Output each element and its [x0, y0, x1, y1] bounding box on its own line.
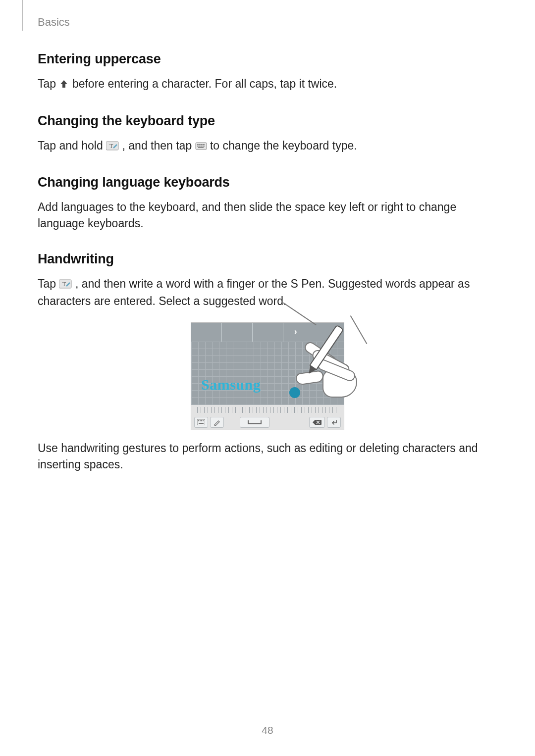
paragraph: Add languages to the keyboard, and then … [38, 199, 497, 231]
paragraph: Use handwriting gestures to perform acti… [38, 440, 497, 472]
svg-text:T: T [109, 143, 113, 150]
manual-page: Basics Entering uppercase Tap before ent… [0, 0, 535, 756]
text-fragment: before entering a character. For all cap… [72, 77, 337, 90]
heading-handwriting: Handwriting [38, 252, 497, 267]
keyboard-layout-icon [195, 139, 207, 155]
handwriting-bottom-row [191, 415, 344, 430]
svg-rect-16 [200, 420, 201, 421]
svg-rect-17 [201, 420, 202, 421]
gap [271, 417, 307, 428]
svg-text:T: T [62, 281, 66, 288]
handwritten-sample-text: Samsung [201, 376, 261, 393]
svg-rect-6 [203, 144, 205, 145]
t-pen-icon: T [106, 139, 119, 155]
svg-rect-9 [201, 146, 203, 147]
paragraph: Tap before entering a character. For all… [38, 76, 497, 94]
header-rule [22, 0, 23, 31]
paragraph: Tap and hold T , and then tap [38, 138, 497, 155]
text-fragment: , and then tap [122, 139, 195, 152]
text-fragment: Tap [38, 277, 59, 290]
heading-changing-keyboard-type: Changing the keyboard type [38, 113, 497, 129]
header-section-label: Basics [38, 16, 70, 29]
suggestion-slot [222, 323, 253, 342]
page-number: 48 [0, 724, 535, 736]
text-fragment: to change the keyboard type. [210, 139, 357, 152]
backspace-icon [309, 417, 325, 428]
svg-rect-19 [199, 423, 204, 424]
page-content: Entering uppercase Tap before entering a… [38, 0, 497, 472]
text-fragment: , and then write a word with a finger or… [38, 277, 470, 308]
gap [226, 417, 238, 428]
ruler-strip [191, 405, 344, 415]
enter-icon [327, 417, 341, 428]
svg-rect-5 [201, 144, 203, 145]
keyboard-icon [194, 417, 208, 428]
text-fragment: Tap and hold [38, 139, 106, 152]
pen-style-icon [210, 417, 224, 428]
svg-rect-7 [197, 146, 199, 147]
svg-rect-4 [199, 144, 201, 145]
svg-rect-15 [198, 420, 199, 421]
suggestion-slot [191, 323, 222, 342]
heading-changing-language-keyboards: Changing language keyboards [38, 175, 497, 190]
t-pen-icon: T [59, 277, 72, 294]
svg-rect-10 [203, 146, 205, 147]
suggestion-slot [253, 323, 283, 342]
svg-rect-14 [197, 419, 205, 425]
handwriting-figure: › Samsung [38, 322, 497, 430]
svg-rect-3 [197, 144, 199, 145]
svg-rect-11 [198, 147, 204, 148]
paragraph: Tap T , and then write a word with a fin… [38, 276, 497, 309]
heading-entering-uppercase: Entering uppercase [38, 51, 497, 67]
svg-rect-18 [203, 420, 204, 421]
shift-up-arrow-icon [59, 77, 69, 94]
space-key [240, 417, 269, 428]
svg-rect-8 [199, 146, 201, 147]
text-fragment: Tap [38, 77, 59, 90]
